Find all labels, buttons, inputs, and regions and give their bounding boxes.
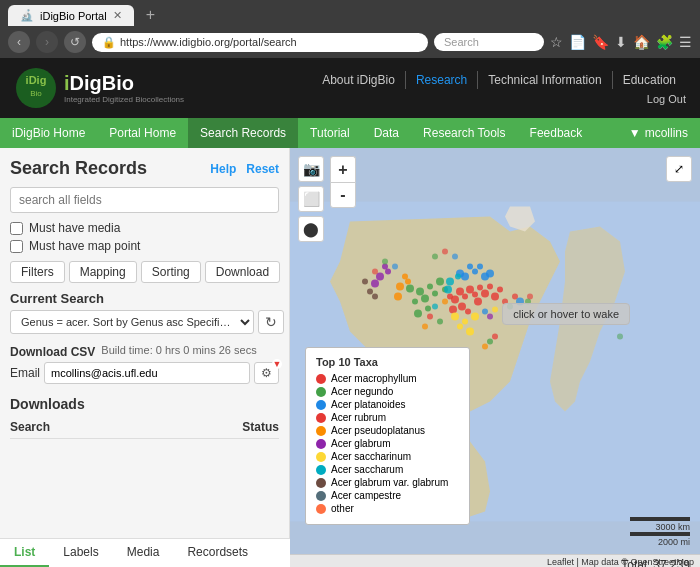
svg-point-9 [456, 288, 464, 296]
search-dropdown[interactable]: Genus = acer. Sort by Genus asc Specifi… [10, 310, 254, 334]
tab-recordsets[interactable]: Recordsets [173, 539, 262, 567]
legend-label-6: Acer saccharinum [331, 451, 411, 462]
svg-point-28 [421, 295, 429, 303]
email-input[interactable] [44, 362, 250, 384]
legend-label-5: Acer glabrum [331, 438, 390, 449]
legend-dot-9 [316, 491, 326, 501]
back-button[interactable]: ‹ [8, 31, 30, 53]
legend-item-8: Acer glabrum var. glabrum [316, 477, 459, 488]
logout-area: Log Out [647, 93, 686, 105]
download-button[interactable]: Download [205, 261, 280, 283]
sorting-button[interactable]: Sorting [141, 261, 201, 283]
extension-icon[interactable]: 🧩 [656, 34, 673, 50]
wake-tooltip: click or hover to wake [502, 303, 630, 325]
svg-point-54 [446, 278, 454, 286]
legend-label-7: Acer saccharum [331, 464, 403, 475]
fullscreen-button[interactable]: ⤢ [666, 156, 692, 182]
svg-point-67 [427, 314, 433, 320]
nav-data[interactable]: Data [362, 118, 411, 148]
home-icon[interactable]: 🏠 [633, 34, 650, 50]
tab-labels[interactable]: Labels [49, 539, 112, 567]
svg-point-52 [457, 324, 463, 330]
map-controls-tr: ⤢ [666, 156, 692, 182]
user-menu[interactable]: ▼ mcollins [617, 118, 700, 148]
reader-icon[interactable]: 📄 [569, 34, 586, 50]
tab-list[interactable]: List [0, 539, 49, 567]
tab-close-button[interactable]: ✕ [113, 9, 122, 22]
bookmark-icon[interactable]: 🔖 [592, 34, 609, 50]
gear-icon: ⚙ [261, 366, 272, 380]
email-label: Email [10, 366, 40, 380]
svg-point-18 [465, 309, 471, 315]
menu-icon[interactable]: ☰ [679, 34, 692, 50]
map-legend: Top 10 Taxa Acer macrophyllum Acer negun… [305, 347, 470, 525]
current-search-title: Current Search [10, 291, 279, 306]
square-button[interactable]: ⬜ [298, 186, 324, 212]
scale-bar: 3000 km 2000 mi [630, 517, 690, 547]
filter-buttons: Filters Mapping Sorting Download [10, 261, 279, 283]
nav-feedback[interactable]: Feedback [518, 118, 595, 148]
legend-item-2: Acer platanoides [316, 399, 459, 410]
zoom-out-button[interactable]: - [330, 182, 356, 208]
mapping-button[interactable]: Mapping [69, 261, 137, 283]
star-icon[interactable]: ☆ [550, 34, 563, 50]
svg-point-50 [462, 319, 468, 325]
legend-item-4: Acer pseudoplatanus [316, 425, 459, 436]
svg-point-24 [416, 288, 424, 296]
top-nav-technical[interactable]: Technical Information [478, 71, 612, 89]
address-bar[interactable]: 🔒 https://www.idigbio.org/portal/search [92, 33, 428, 52]
help-link[interactable]: Help [210, 162, 236, 176]
nav-idigbio-home[interactable]: iDigBio Home [0, 118, 97, 148]
zoom-in-button[interactable]: + [330, 156, 356, 182]
nav-search-records[interactable]: Search Records [188, 118, 298, 148]
user-menu-icon: ▼ [629, 126, 641, 140]
browser-search-bar[interactable]: Search [434, 33, 544, 51]
svg-point-25 [427, 284, 433, 290]
map-controls-tl: 📷 ⬜ ⬤ [298, 156, 324, 242]
nav-tutorial[interactable]: Tutorial [298, 118, 362, 148]
nav-portal-home[interactable]: Portal Home [97, 118, 188, 148]
idigbio-header: iDig Bio iDigBio Integrated Digitized Bi… [0, 58, 700, 118]
top-nav-about[interactable]: About iDigBio [312, 71, 406, 89]
search-dropdown-row: Genus = acer. Sort by Genus asc Specifi…… [10, 310, 279, 334]
svg-point-15 [481, 290, 489, 298]
svg-point-14 [477, 285, 483, 291]
forward-button[interactable]: › [36, 31, 58, 53]
must-have-map-label: Must have map point [29, 239, 140, 253]
top-nav-research[interactable]: Research [406, 71, 478, 89]
svg-point-64 [487, 314, 493, 320]
map-panel[interactable]: 📷 ⬜ ⬤ + - ⤢ click or hover to wake Top 1… [290, 148, 700, 567]
logout-button[interactable]: Log Out [647, 93, 686, 105]
download-icon[interactable]: ⬇ [615, 34, 627, 50]
svg-point-68 [437, 319, 443, 325]
scale-3000km: 3000 km [655, 522, 690, 532]
circle-button[interactable]: ⬤ [298, 216, 324, 242]
search-placeholder: Search [444, 36, 479, 48]
filters-button[interactable]: Filters [10, 261, 65, 283]
logo-svg: iDig Bio [14, 66, 58, 110]
nav-research-tools[interactable]: Research Tools [411, 118, 518, 148]
tab-media[interactable]: Media [113, 539, 174, 567]
legend-label-2: Acer platanoides [331, 399, 406, 410]
new-tab-button[interactable]: + [138, 4, 258, 26]
svg-point-62 [442, 299, 448, 305]
camera-button[interactable]: 📷 [298, 156, 324, 182]
search-input[interactable] [10, 187, 279, 213]
map-zoom-controls: + - [330, 156, 356, 208]
reload-button[interactable]: ↺ [64, 31, 86, 53]
refresh-button[interactable]: ↻ [258, 310, 284, 334]
must-have-map-checkbox[interactable] [10, 240, 23, 253]
must-have-media-checkbox[interactable] [10, 222, 23, 235]
svg-point-33 [425, 306, 431, 312]
svg-point-49 [451, 313, 459, 321]
legend-dot-8 [316, 478, 326, 488]
legend-item-0: Acer macrophyllum [316, 373, 459, 384]
browser-tab[interactable]: 🔬 iDigBio Portal ✕ [8, 5, 134, 26]
svg-point-79 [392, 264, 398, 270]
svg-point-11 [466, 286, 474, 294]
legend-item-10: other [316, 503, 459, 514]
email-send-button[interactable]: ⚙ ▼ [254, 362, 279, 384]
top-nav-education[interactable]: Education [613, 71, 686, 89]
reset-link[interactable]: Reset [246, 162, 279, 176]
legend-dot-10 [316, 504, 326, 514]
